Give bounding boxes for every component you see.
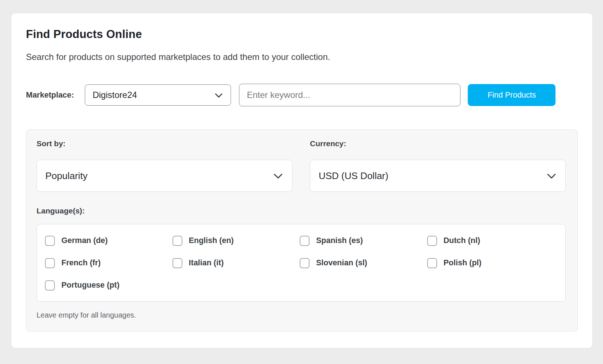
language-label: Italian (it) — [189, 258, 224, 268]
currency-select-value: USD (US Dollar) — [319, 170, 388, 182]
search-row: Marketplace: Digistore24 Find Products — [26, 84, 578, 106]
language-checkbox-item-italian[interactable]: Italian (it) — [172, 257, 300, 269]
languages-note: Leave empty for all languages. — [37, 311, 566, 319]
page-title: Find Products Online — [26, 28, 578, 41]
filters-panel: Sort by: Popularity Currency: USD (US Do… — [26, 129, 578, 331]
checkbox-unchecked[interactable] — [172, 258, 182, 268]
sort-currency-row: Sort by: Popularity Currency: USD (US Do… — [37, 139, 566, 192]
language-label: Portuguese (pt) — [61, 281, 120, 290]
language-checkbox-item-dutch[interactable]: Dutch (nl) — [427, 235, 555, 247]
language-label: French (fr) — [61, 258, 101, 268]
chevron-down-icon — [215, 90, 223, 100]
marketplace-select-value: Digistore24 — [92, 90, 137, 100]
language-checkbox-item-french[interactable]: French (fr) — [45, 257, 172, 269]
page-subtitle: Search for products on supported marketp… — [26, 52, 578, 62]
checkbox-unchecked[interactable] — [427, 258, 437, 268]
checkbox-unchecked[interactable] — [45, 258, 55, 268]
language-checkbox-item-slovenian[interactable]: Slovenian (sl) — [300, 257, 427, 269]
marketplace-select[interactable]: Digistore24 — [85, 84, 231, 106]
currency-label: Currency: — [310, 139, 566, 149]
keyword-input[interactable] — [239, 84, 460, 106]
sort-by-select[interactable]: Popularity — [37, 160, 292, 192]
chevron-down-icon — [274, 170, 282, 182]
currency-select[interactable]: USD (US Dollar) — [310, 160, 566, 192]
checkbox-unchecked[interactable] — [45, 280, 55, 291]
language-checkbox-item-polish[interactable]: Polish (pl) — [427, 257, 555, 269]
checkbox-unchecked[interactable] — [300, 236, 310, 246]
language-label: Slovenian (sl) — [316, 258, 367, 268]
language-checkbox-item-german[interactable]: German (de) — [45, 235, 172, 247]
marketplace-label: Marketplace: — [26, 91, 74, 100]
languages-label: Language(s): — [37, 206, 566, 216]
language-label: English (en) — [189, 236, 234, 245]
language-label: Dutch (nl) — [444, 236, 480, 245]
chevron-down-icon — [547, 170, 556, 182]
currency-column: Currency: USD (US Dollar) — [310, 139, 566, 192]
language-checkbox-item-portuguese[interactable]: Portuguese (pt) — [45, 279, 172, 291]
find-products-button[interactable]: Find Products — [468, 84, 555, 106]
find-products-card: Find Products Online Search for products… — [11, 13, 593, 348]
sort-by-label: Sort by: — [37, 139, 292, 149]
checkbox-unchecked[interactable] — [172, 236, 182, 246]
language-label: German (de) — [61, 236, 108, 245]
language-checkbox-item-spanish[interactable]: Spanish (es) — [300, 235, 427, 247]
checkbox-unchecked[interactable] — [427, 236, 437, 246]
language-label: Spanish (es) — [316, 236, 363, 245]
language-checkbox-item-english[interactable]: English (en) — [172, 235, 300, 247]
checkbox-unchecked[interactable] — [45, 236, 55, 246]
language-label: Polish (pl) — [444, 258, 482, 268]
languages-box: German (de) English (en) Spanish (es) Du… — [37, 224, 566, 302]
checkbox-unchecked[interactable] — [300, 258, 310, 268]
sort-by-column: Sort by: Popularity — [37, 139, 292, 192]
sort-by-select-value: Popularity — [45, 170, 88, 182]
